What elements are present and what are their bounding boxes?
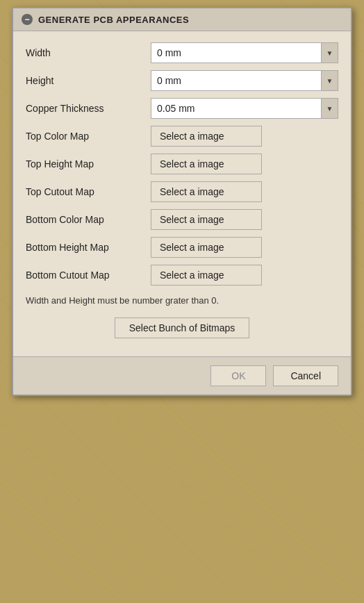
bottom-color-map-row: Bottom Color Map Select a image [26,209,338,230]
top-height-map-label: Top Height Map [26,158,151,170]
bottom-cutout-map-row: Bottom Cutout Map Select a image [26,265,338,286]
top-color-map-button[interactable]: Select a image [151,126,262,147]
bottom-cutout-map-control: Select a image [151,265,338,286]
copper-thickness-row: Copper Thickness ▼ [26,98,338,119]
select-bunch-of-bitmaps-button[interactable]: Select Bunch of Bitmaps [115,317,250,338]
top-height-map-row: Top Height Map Select a image [26,154,338,174]
top-cutout-map-row: Top Cutout Map Select a image [26,181,338,202]
bottom-height-map-button[interactable]: Select a image [151,237,262,258]
width-dropdown-arrow[interactable]: ▼ [322,42,338,63]
copper-thickness-input[interactable] [151,98,322,119]
cancel-button[interactable]: Cancel [273,365,338,386]
height-dropdown-arrow[interactable]: ▼ [322,70,338,91]
copper-thickness-dropdown-arrow[interactable]: ▼ [322,98,338,119]
top-color-map-label: Top Color Map [26,131,151,142]
bottom-color-map-button[interactable]: Select a image [151,209,262,230]
height-input[interactable] [151,70,322,91]
bunch-bitmaps-row: Select Bunch of Bitmaps [26,317,338,338]
top-cutout-map-button[interactable]: Select a image [151,181,262,202]
warning-message: Width and Height must be number grater t… [26,294,338,308]
top-cutout-map-control: Select a image [151,181,338,202]
height-control: ▼ [151,70,338,91]
bottom-color-map-label: Bottom Color Map [26,214,151,225]
top-color-map-row: Top Color Map Select a image [26,126,338,147]
copper-thickness-dropdown: ▼ [151,98,338,119]
width-row: Width ▼ [26,42,338,63]
height-row: Height ▼ [26,70,338,91]
width-dropdown: ▼ [151,42,338,63]
bottom-height-map-label: Bottom Height Map [26,242,151,253]
generate-pcb-dialog: GENERATE PCB APPEARANCES Width ▼ Height … [12,7,352,396]
bottom-cutout-map-button[interactable]: Select a image [151,265,262,286]
dialog-title: GENERATE PCB APPEARANCES [38,15,189,25]
bottom-color-map-control: Select a image [151,209,338,230]
bottom-height-map-control: Select a image [151,237,338,258]
bottom-height-map-row: Bottom Height Map Select a image [26,237,338,258]
top-height-map-button[interactable]: Select a image [151,154,262,174]
height-dropdown: ▼ [151,70,338,91]
ok-button[interactable]: OK [210,365,266,386]
title-bar: GENERATE PCB APPEARANCES [13,8,351,31]
height-label: Height [26,75,151,86]
copper-thickness-control: ▼ [151,98,338,119]
copper-thickness-label: Copper Thickness [26,103,151,114]
dialog-content: Width ▼ Height ▼ Copper Thickness [13,31,351,356]
top-height-map-control: Select a image [151,154,338,174]
width-control: ▼ [151,42,338,63]
bottom-cutout-map-label: Bottom Cutout Map [26,270,151,281]
dialog-footer: OK Cancel [13,356,351,395]
width-input[interactable] [151,42,322,63]
width-label: Width [26,47,151,58]
minimize-icon[interactable] [22,14,33,25]
top-color-map-control: Select a image [151,126,338,147]
top-cutout-map-label: Top Cutout Map [26,186,151,197]
